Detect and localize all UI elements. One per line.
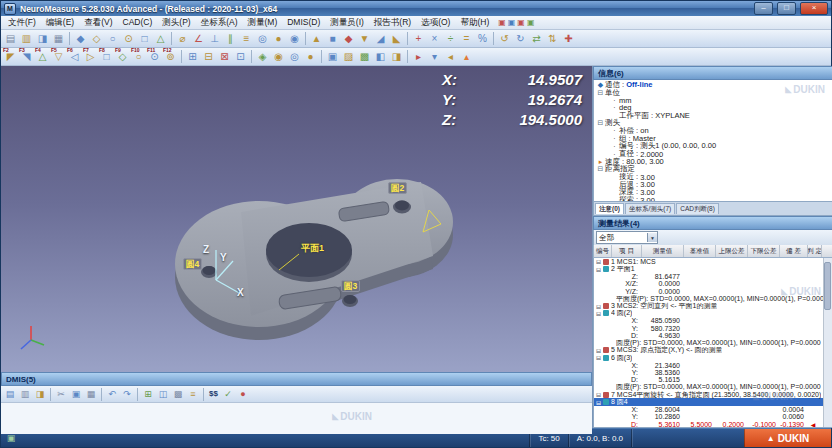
toolbar-icon[interactable]: % [475,31,490,46]
toolbar-icon[interactable]: ◥F3 [19,49,34,64]
info-panel-header[interactable]: 信息(6) [593,66,832,80]
menu-item[interactable]: 测量(M) [242,17,282,29]
toolbar-icon[interactable]: ▽F5 [51,49,66,64]
dmis-toolbar-icon[interactable]: ▩ [171,388,185,401]
menu-item[interactable]: 文件(F) [3,17,41,29]
info-tab[interactable]: 注意(0) [595,203,624,214]
title-bar[interactable]: M NeuroMeasure 5.28.030 Advanced - (Rele… [1,1,831,16]
toolbar-icon[interactable]: ○F10 [131,49,146,64]
toolbar-icon[interactable]: ▥ [19,31,34,46]
toolbar-icon[interactable]: ◉ [271,49,286,64]
dmis-toolbar-icon[interactable]: ▦ [84,388,98,401]
menu-item[interactable]: 查看(V) [79,17,117,29]
table-row[interactable]: ⊟7 MCS4平面旋转 <- 直角指定圆 (21.3500, 38.5400, … [594,391,824,398]
toolbar-icon[interactable]: ◂ [443,49,458,64]
toolbar-icon[interactable]: ● [303,49,318,64]
toolbar-icon[interactable]: ▷F7 [83,49,98,64]
table-row[interactable]: Y:10.28600.0060 [594,413,824,420]
toolbar-icon[interactable]: ↻ [513,31,528,46]
toolbar-icon[interactable]: ◇ [89,31,104,46]
toolbar-icon[interactable]: ◤F2 [3,49,18,64]
toolbar-icon[interactable]: ✚ [561,31,576,46]
table-row[interactable]: ⊟2 平面1 [594,265,824,272]
table-row[interactable]: X:485.0590 [594,317,824,324]
table-row[interactable]: Y:38.5360 [594,369,824,376]
toolbar-icon[interactable]: ▨ [341,49,356,64]
toolbar-icon[interactable]: ▣ [325,49,340,64]
menubar-icon[interactable]: ▣ [498,19,506,27]
toolbar-icon[interactable]: ◨ [389,49,404,64]
toolbar-icon[interactable]: ◣ [389,31,404,46]
feature-label-circle2[interactable]: 圆2 [388,182,407,194]
table-row[interactable]: X:28.60040.0004 [594,406,824,413]
menu-item[interactable]: DMIS(D) [282,17,325,29]
menu-item[interactable]: 坐标系(A) [196,17,243,29]
toolbar-icon[interactable]: ▩ [357,49,372,64]
toolbar-icon[interactable]: ⊙ [121,31,136,46]
toolbar-icon[interactable]: ◎ [255,31,270,46]
table-row[interactable]: Y:580.7320 [594,325,824,332]
toolbar-icon[interactable]: ◁F6 [67,49,82,64]
menu-item[interactable]: 报告书(R) [369,17,416,29]
toolbar-icon[interactable]: ◉ [287,31,302,46]
tree-item[interactable]: 工作平面 : XYPLANE [596,112,832,120]
results-filter-dropdown[interactable]: 全部 ▼ [596,231,658,244]
toolbar-icon[interactable]: ▾ [427,49,442,64]
toolbar-icon[interactable]: △ [153,31,168,46]
toolbar-icon[interactable]: ◈ [255,49,270,64]
results-panel-header[interactable]: 测量结果(4) [593,216,832,230]
dmis-toolbar-icon[interactable]: ▤ [3,388,17,401]
toolbar-icon[interactable]: ⊡ [233,49,248,64]
toolbar-icon[interactable]: ⌀ [175,31,190,46]
menubar-icon[interactable]: ▣ [508,19,516,27]
toolbar-icon[interactable]: ▲ [309,31,324,46]
info-tab[interactable]: CAD判断(8) [676,203,719,214]
toolbar-icon[interactable]: ◆ [73,31,88,46]
toolbar-icon[interactable]: △F4 [35,49,50,64]
menu-item[interactable]: 测头(P) [157,17,195,29]
table-row[interactable]: Z:81.6477 [594,273,824,280]
maximize-button[interactable]: □ [777,2,796,15]
toolbar-icon[interactable]: × [427,31,442,46]
toolbar-icon[interactable]: + [411,31,426,46]
table-row[interactable]: X:21.3460 [594,361,824,368]
menubar-icon[interactable]: ▣ [517,19,525,27]
toolbar-icon[interactable]: ▴ [459,49,474,64]
toolbar-icon[interactable]: ○ [105,31,120,46]
toolbar-icon[interactable]: ≡ [239,31,254,46]
dmis-toolbar-icon[interactable]: ✓ [221,388,235,401]
menu-item[interactable]: CAD(C) [118,17,158,29]
toolbar-icon[interactable]: ◎ [287,49,302,64]
toolbar-icon[interactable]: ⊙F11 [147,49,162,64]
feature-label-plane1[interactable]: 平面1 [301,242,324,255]
toolbar-icon[interactable]: ∠ [191,31,206,46]
feature-label-circle4[interactable]: 圆4 [183,258,202,270]
3d-viewport[interactable]: X:14.9507 Y:19.2674 Z:194.5000 圆2 圆3 圆4 … [1,66,592,372]
menu-item[interactable]: 帮助(H) [455,17,494,29]
tree-item[interactable]: ◆通信 : Off-line [596,81,832,89]
toolbar-icon[interactable]: ● [271,31,286,46]
toolbar-icon[interactable]: ↺ [497,31,512,46]
results-scrollbar[interactable] [823,258,832,427]
toolbar-icon[interactable]: ■ [325,31,340,46]
dmis-toolbar-icon[interactable]: $$ [207,388,220,401]
toolbar-icon[interactable]: ◇F9 [115,49,130,64]
toolbar-icon[interactable]: ▼ [357,31,372,46]
menubar-icon[interactable]: ▣ [527,19,535,27]
feature-label-circle3[interactable]: 圆3 [341,280,360,292]
dmis-toolbar-icon[interactable]: ● [236,388,250,401]
dmis-toolbar-icon[interactable]: ⊞ [141,388,155,401]
scrollbar-thumb[interactable] [824,262,831,310]
toolbar-icon[interactable]: ◨ [35,31,50,46]
toolbar-icon[interactable]: ▸ [411,49,426,64]
toolbar-icon[interactable]: ⇅ [545,31,560,46]
table-row[interactable]: X/Z:0.0000 [594,280,824,287]
dmis-toolbar-icon[interactable]: ◨ [33,388,47,401]
toolbar-icon[interactable]: ⇄ [529,31,544,46]
toolbar-icon[interactable]: ⊥ [207,31,222,46]
toolbar-icon[interactable]: = [459,31,474,46]
toolbar-icon[interactable]: □F8 [99,49,114,64]
toolbar-icon[interactable]: ◧ [373,49,388,64]
toolbar-icon[interactable]: ◆ [341,31,356,46]
toolbar-icon[interactable]: ∥ [223,31,238,46]
